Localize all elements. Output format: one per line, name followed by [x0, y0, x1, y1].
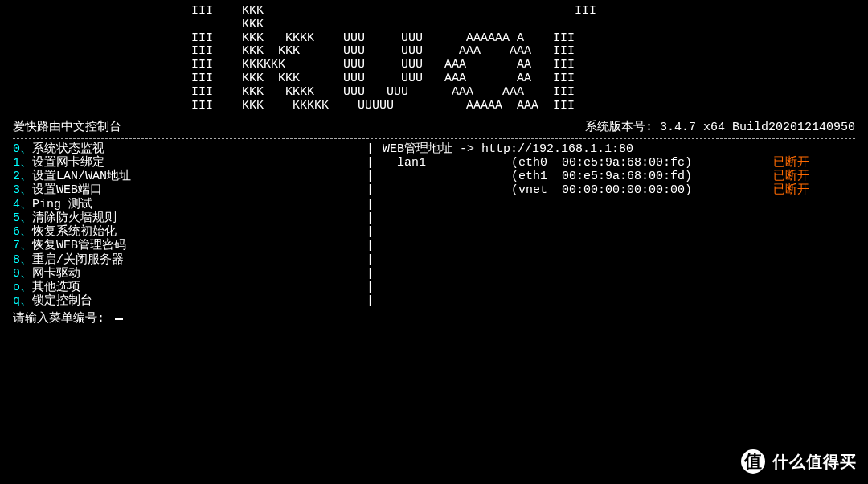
menu-item-0[interactable]: 0、系统状态监视	[13, 142, 366, 156]
interface-row: (vnet 00:00:00:00:00:00) 已断开	[383, 183, 855, 197]
menu-item-q[interactable]: q、锁定控制台	[13, 294, 366, 308]
info-panel: WEB管理地址 -> http://192.168.1.1:80 lan1(et…	[383, 142, 855, 309]
menu-item-9[interactable]: 9、网卡驱动	[13, 267, 366, 281]
menu-item-5[interactable]: 5、清除防火墙规则	[13, 211, 366, 225]
menu-item-6[interactable]: 6、恢复系统初始化	[13, 225, 366, 239]
menu-item-8[interactable]: 8、重启/关闭服务器	[13, 253, 366, 267]
menu-label: 设置LAN/WAN地址	[32, 170, 131, 183]
menu-item-o[interactable]: o、其他选项	[13, 281, 366, 294]
menu-key: 7、	[13, 239, 32, 252]
menu-key: o、	[13, 281, 32, 294]
menu-key: 1、	[13, 156, 32, 170]
menu-label: 清除防火墙规则	[32, 211, 117, 225]
divider	[13, 138, 855, 139]
menu-item-7[interactable]: 7、恢复WEB管理密码	[13, 239, 366, 252]
menu-label: 其他选项	[32, 281, 80, 294]
menu-key: 8、	[13, 253, 32, 267]
interface-row: (eth1 00:e5:9a:68:00:fd) 已断开	[383, 170, 855, 183]
system-version: 系统版本号: 3.4.7 x64 Build202012140950	[585, 121, 855, 134]
web-admin-url: http://192.168.1.1:80	[481, 142, 633, 156]
menu-label: 网卡驱动	[32, 267, 80, 281]
menu-label: 设置网卡绑定	[32, 156, 104, 170]
menu-key: q、	[13, 294, 32, 308]
menu-label: 恢复WEB管理密码	[32, 239, 126, 252]
interface-status: 已断开	[744, 156, 809, 170]
ascii-logo: III KKK III KKK III KKK KKKK UUU UUU AAA…	[6, 5, 862, 113]
vertical-separator: | | | | | | | | | | | |	[366, 142, 383, 309]
interface-detail: (vnet 00:00:00:00:00:00)	[511, 183, 744, 197]
interface-status: 已断开	[744, 183, 809, 197]
console-title: 爱快路由中文控制台	[13, 121, 121, 134]
menu-key: 9、	[13, 267, 32, 281]
interface-row: lan1(eth0 00:e5:9a:68:00:fc) 已断开	[383, 156, 855, 170]
menu-label: 恢复系统初始化	[32, 225, 117, 239]
prompt-label: 请输入菜单编号:	[13, 312, 104, 326]
menu-item-1[interactable]: 1、设置网卡绑定	[13, 156, 366, 170]
menu-key: 0、	[13, 142, 32, 156]
menu-item-4[interactable]: 4、Ping 测试	[13, 198, 366, 211]
lan-name: lan1	[383, 156, 511, 170]
menu-key: 2、	[13, 170, 32, 183]
watermark: 值 什么值得买	[739, 447, 857, 476]
menu-label: Ping 测试	[32, 198, 92, 211]
menu-key: 6、	[13, 225, 32, 239]
lan-name	[383, 183, 511, 197]
interface-detail: (eth0 00:e5:9a:68:00:fc)	[511, 156, 744, 170]
menu-list: 0、系统状态监视1、设置网卡绑定2、设置LAN/WAN地址3、设置WEB端口4、…	[13, 142, 366, 309]
input-cursor[interactable]	[115, 318, 123, 320]
web-admin-label: WEB管理地址 ->	[383, 142, 481, 156]
menu-label: 系统状态监视	[32, 142, 104, 156]
menu-key: 3、	[13, 183, 32, 197]
interface-detail: (eth1 00:e5:9a:68:00:fd)	[511, 170, 744, 183]
watermark-badge-icon: 值	[739, 447, 768, 476]
watermark-text: 什么值得买	[772, 453, 857, 471]
lan-name	[383, 170, 511, 183]
menu-label: 重启/关闭服务器	[32, 253, 124, 267]
menu-label: 锁定控制台	[32, 294, 92, 308]
menu-item-3[interactable]: 3、设置WEB端口	[13, 183, 366, 197]
menu-key: 5、	[13, 211, 32, 225]
menu-item-2[interactable]: 2、设置LAN/WAN地址	[13, 170, 366, 183]
menu-label: 设置WEB端口	[32, 183, 102, 197]
menu-key: 4、	[13, 198, 32, 211]
interface-status: 已断开	[744, 170, 809, 183]
